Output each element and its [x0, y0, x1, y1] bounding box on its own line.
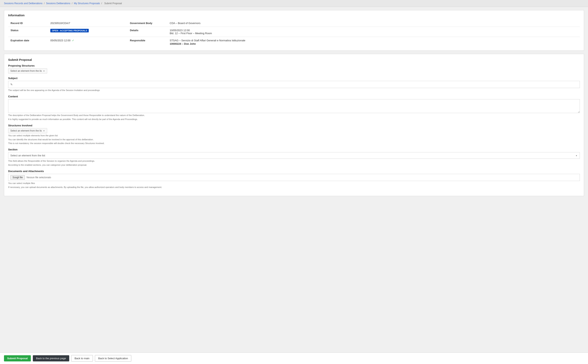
section-hint1: This field allows the Responsible of the…	[8, 160, 580, 162]
expiration-label: Expiration date	[8, 37, 48, 47]
table-row: Record ID 20230510/CDA/7 Government Body…	[8, 20, 580, 27]
content-textarea[interactable]	[8, 99, 580, 113]
structures-involved-hint2: You can identify the structures that wou…	[8, 138, 580, 141]
subject-input[interactable]: ✎	[8, 81, 580, 88]
status-badge: OPEN - ACCEPTING PROPOSALS	[50, 29, 89, 32]
breadcrumb-current: Submit Proposal	[104, 2, 122, 5]
record-id-label: Record ID	[8, 20, 48, 27]
documents-label: Documents and Attachments	[8, 170, 580, 173]
breadcrumb-separator-3: /	[101, 2, 103, 5]
submit-proposal-card: Submit Proposal Proposing Structures Sel…	[4, 54, 584, 196]
table-row: Expiration date 05/05/2023 12:00 ✓ Respo…	[8, 37, 580, 47]
documents-hint1: You can select multiple files	[8, 182, 580, 185]
submit-proposal-title: Submit Proposal	[8, 58, 580, 61]
content-group: Content The description of the Deliberat…	[8, 95, 580, 121]
content-label: Content	[8, 95, 580, 98]
proposing-structures-group: Proposing Structures Select an element f…	[8, 64, 580, 73]
section-group: Section Select an element from the list …	[8, 148, 580, 167]
subject-hint: The subject will be the one appearing on…	[8, 89, 580, 92]
status-label: Status	[8, 27, 48, 37]
status-value: OPEN - ACCEPTING PROPOSALS	[48, 27, 127, 37]
file-placeholder: Nessun file selezionato	[27, 176, 51, 179]
expiration-value: 05/05/2023 12:00 ✓	[48, 37, 127, 47]
section-select[interactable]: Select an element from the list	[8, 152, 580, 159]
details-label: Details	[127, 27, 167, 37]
breadcrumb: Sessions Records and Deliberations / Ses…	[0, 0, 588, 7]
table-row: Status OPEN - ACCEPTING PROPOSALS Detail…	[8, 27, 580, 37]
details-value: 10/05/2023 12:00 Bld. 12 – First Floor –…	[167, 27, 580, 37]
breadcrumb-separator-2: /	[72, 2, 73, 5]
check-icon: ✓	[72, 39, 74, 42]
government-body-value: CDA – Board of Governors	[167, 20, 580, 27]
breadcrumb-separator-1: /	[44, 2, 45, 5]
information-card: Information Record ID 20230510/CDA/7 Gov…	[4, 10, 584, 51]
structures-involved-label: Structures Involved	[8, 124, 580, 127]
responsible-label: Responsible	[127, 37, 167, 47]
chevron-down-icon: ▼	[43, 130, 45, 132]
record-id-value: 20230510/CDA/7	[48, 20, 127, 27]
structures-involved-hint3: This is not mandatory: the session respo…	[8, 142, 580, 145]
content-hint-line1: The description of the Deliberation Prop…	[8, 114, 580, 117]
responsible-value: STSAG – Servizio di Staff Affari General…	[167, 37, 580, 47]
structures-involved-hint1: You can select multiple elements from th…	[8, 134, 580, 137]
proposing-structures-placeholder: Select an element from the lis	[10, 70, 42, 72]
subject-group: Subject ✎ The subject will be the one ap…	[8, 77, 580, 92]
proposing-structures-label: Proposing Structures	[8, 64, 580, 67]
proposing-structures-dropdown[interactable]: Select an element from the lis ▼	[8, 68, 47, 73]
breadcrumb-sessions-deliberations[interactable]: Sessions Deliberations	[46, 2, 70, 5]
file-input-row: Scegli file Nessun file selezionato	[8, 174, 580, 181]
breadcrumb-my-structures[interactable]: My Structures Proposals	[74, 2, 100, 5]
chevron-down-icon: ▼	[43, 70, 45, 72]
documents-hint2: If necessary, you can upload documents a…	[8, 186, 580, 189]
choose-file-button[interactable]: Scegli file	[10, 175, 25, 180]
subject-label: Subject	[8, 77, 580, 80]
information-table: Record ID 20230510/CDA/7 Government Body…	[8, 20, 580, 47]
structures-involved-group: Structures Involved Select an element fr…	[8, 124, 580, 145]
government-body-label: Government Body	[127, 20, 167, 27]
documents-group: Documents and Attachments Scegli file Ne…	[8, 170, 580, 189]
responsible-line1: STSAG – Servizio di Staff Affari General…	[170, 39, 577, 42]
content-hint-line2: It is highly suggested to provide as muc…	[8, 118, 580, 121]
section-hint2: According to the enabled sections, you c…	[8, 163, 580, 167]
structures-involved-dropdown[interactable]: Select an element from the lis ▼	[8, 128, 47, 133]
section-select-wrapper: Select an element from the list	[8, 152, 580, 159]
breadcrumb-sessions-records[interactable]: Sessions Records and Deliberations	[4, 2, 42, 5]
responsible-line2: 10000224 – Doe John	[170, 42, 577, 45]
section-label: Section	[8, 148, 580, 151]
structures-involved-placeholder: Select an element from the lis	[10, 129, 42, 132]
information-title: Information	[8, 13, 580, 17]
edit-icon: ✎	[10, 83, 13, 86]
